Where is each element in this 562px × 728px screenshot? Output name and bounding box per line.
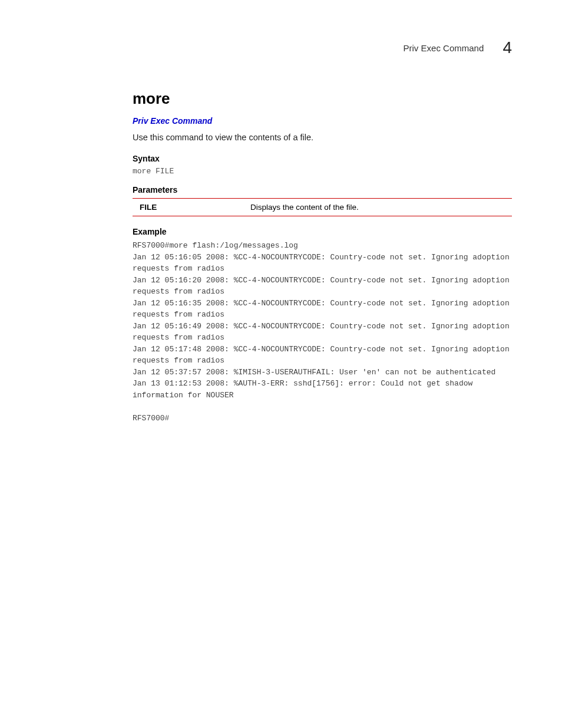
- command-title: more: [133, 90, 512, 108]
- syntax-heading: Syntax: [133, 154, 512, 163]
- page-header: Priv Exec Command 4: [50, 38, 512, 57]
- example-heading: Example: [133, 227, 512, 236]
- header-title: Priv Exec Command: [404, 43, 484, 53]
- section-link[interactable]: Priv Exec Command: [133, 116, 512, 126]
- param-description: Displays the content of the file.: [244, 199, 512, 216]
- syntax-code: more FILE: [133, 167, 512, 176]
- parameters-heading: Parameters: [133, 185, 512, 195]
- example-code: RFS7000#more flash:/log/messages.log Jan…: [133, 240, 512, 424]
- chapter-number: 4: [503, 38, 512, 57]
- parameters-table: FILE Displays the content of the file.: [133, 198, 512, 216]
- table-row: FILE Displays the content of the file.: [133, 199, 512, 216]
- command-description: Use this command to view the contents of…: [133, 131, 512, 143]
- content-area: more Priv Exec Command Use this command …: [50, 90, 512, 424]
- param-name: FILE: [133, 199, 244, 216]
